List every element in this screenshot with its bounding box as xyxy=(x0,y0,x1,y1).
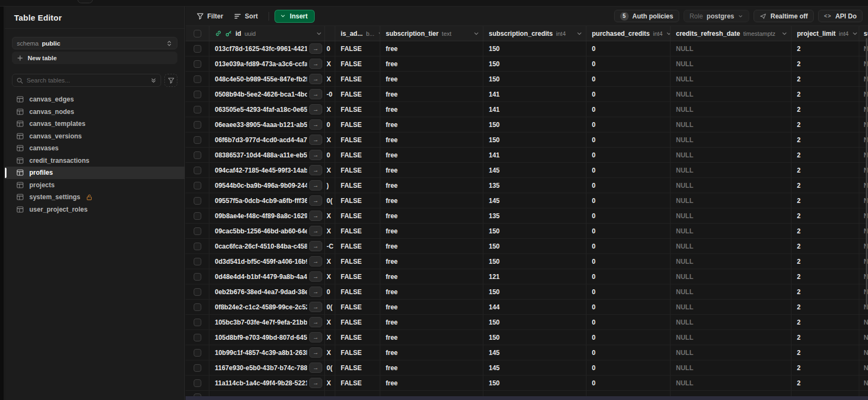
column-header-id[interactable]: id uuid xyxy=(209,26,325,41)
expand-row-button[interactable]: → xyxy=(309,150,322,160)
row-checkbox[interactable] xyxy=(194,106,201,113)
table-row[interactable]: 11a114cb-1a4c-49f4-9b28-52219ec... → X F… xyxy=(186,376,868,391)
table-row[interactable]: 09b8ae4e-f48c-4f89-8a8c-1629b... → X FAL… xyxy=(186,208,868,224)
table-row[interactable]: 063505e5-4293-4faf-a18c-0e65b... → X FAL… xyxy=(186,102,868,117)
table-row[interactable]: 0508b94b-5ee2-4626-bca1-4bca... → -0 FAL… xyxy=(186,87,868,102)
search-input[interactable]: Search tables... xyxy=(12,74,161,87)
table-row[interactable]: 08386537-10d4-488a-a11e-eb5a6... → 0 FAL… xyxy=(186,148,868,163)
table-row[interactable]: 048c4e50-b989-455e-847e-fb2f... → X FALS… xyxy=(186,72,868,87)
sidebar-item-system_settings[interactable]: system_settings xyxy=(5,191,184,204)
double-chevron-down-icon[interactable] xyxy=(150,77,157,84)
chevron-down-icon[interactable] xyxy=(852,30,858,37)
expand-row-button[interactable]: → xyxy=(309,119,322,130)
table-row[interactable]: 105bc3b7-03fe-4e7f-9efa-21bb40... → X FA… xyxy=(186,315,868,330)
row-checkbox[interactable] xyxy=(194,288,201,296)
sidebar-item-user_project_roles[interactable]: user_project_roles xyxy=(5,204,184,216)
row-checkbox[interactable] xyxy=(194,364,201,372)
expand-row-button[interactable]: → xyxy=(309,271,322,282)
horizontal-scrollbar-track[interactable] xyxy=(186,396,868,400)
expand-row-button[interactable]: → xyxy=(309,226,322,236)
row-checkbox[interactable] xyxy=(194,319,201,326)
row-checkbox[interactable] xyxy=(194,60,201,68)
row-checkbox[interactable] xyxy=(194,379,201,387)
schema-select[interactable]: schema public xyxy=(12,37,177,49)
sidebar-item-projects[interactable]: projects xyxy=(5,179,184,192)
expand-row-button[interactable]: → xyxy=(309,317,322,327)
row-checkbox[interactable] xyxy=(194,45,201,53)
column-header-subscription-credits[interactable]: subscription_credits int4 xyxy=(483,26,586,41)
expand-row-button[interactable]: → xyxy=(309,74,322,84)
vertical-scrollbar[interactable] xyxy=(866,38,867,309)
row-checkbox[interactable] xyxy=(194,303,201,311)
chevron-down-icon[interactable] xyxy=(781,30,788,37)
sidebar-item-canvas_versions[interactable]: canvas_versions xyxy=(5,130,184,143)
api-docs-button[interactable]: <> API Do xyxy=(818,10,863,22)
column-header-project-limit[interactable]: project_limit int4 xyxy=(792,26,859,41)
row-checkbox[interactable] xyxy=(194,167,201,174)
table-row[interactable]: 0f8b24e2-c1c2-4589-99ce-2c52d... → 0( FA… xyxy=(186,300,868,315)
expand-row-button[interactable]: → xyxy=(309,332,322,342)
select-all-checkbox[interactable] xyxy=(194,30,201,37)
expand-row-button[interactable]: → xyxy=(309,180,322,191)
table-row[interactable]: 09544b0c-ba9b-496a-9b09-244... → ) FALSE… xyxy=(186,178,868,193)
table-row[interactable]: 06eaee33-8905-4aaa-b121-ab552... → 0 FAL… xyxy=(186,117,868,132)
expand-row-button[interactable]: → xyxy=(309,302,322,312)
expand-row-button[interactable]: → xyxy=(309,241,322,251)
filter-tables-button[interactable] xyxy=(164,74,177,87)
expand-row-button[interactable]: → xyxy=(309,347,322,358)
table-row[interactable]: 094caf42-7185-4e45-99f3-14abee... → X FA… xyxy=(186,163,868,178)
row-checkbox[interactable] xyxy=(194,121,201,129)
row-checkbox[interactable] xyxy=(194,75,201,83)
row-checkbox[interactable] xyxy=(194,334,201,341)
chevron-down-icon[interactable] xyxy=(473,30,480,37)
expand-row-button[interactable]: → xyxy=(309,43,322,54)
table-row[interactable]: 0cac6fca-26cf-4510-84ba-c4580... → -C FA… xyxy=(186,239,868,254)
expand-row-button[interactable]: → xyxy=(309,104,322,115)
table-row[interactable]: 105d8bf9-e703-49bd-807d-645e... → X FALS… xyxy=(186,330,868,345)
table-row[interactable]: 0d3d541d-bf5c-459f-a406-16b93... → X FAL… xyxy=(186,254,868,269)
row-checkbox[interactable] xyxy=(194,151,201,159)
table-row[interactable]: 0eb2b676-38ed-4ea7-9dad-38e6... → 0 FALS… xyxy=(186,284,868,300)
realtime-toggle-button[interactable]: Realtime off xyxy=(754,10,814,22)
insert-button[interactable]: Insert xyxy=(275,10,315,23)
row-checkbox[interactable] xyxy=(194,227,201,235)
auth-policies-button[interactable]: 5 Auth policies xyxy=(614,10,679,22)
table-row[interactable]: 09cac5bb-1256-46bd-ab60-64ed... → X FALS… xyxy=(186,224,868,239)
table-row[interactable]: 0d48e4d4-b1bf-4479-9a8b-4a4b... → X FALS… xyxy=(186,269,868,284)
row-checkbox[interactable] xyxy=(194,258,201,265)
table-row[interactable]: 09557f5a-0dcb-4cb9-a6fb-fff366... → 0( F… xyxy=(186,193,868,208)
table-row[interactable]: 10b99c1f-4857-4c39-a8b1-263b8... → X FAL… xyxy=(186,345,868,360)
expand-row-button[interactable]: → xyxy=(309,363,322,373)
chevron-down-icon[interactable] xyxy=(666,30,671,37)
expand-row-button[interactable]: → xyxy=(309,195,322,206)
column-header-purchased-credits[interactable]: purchased_credits int4 xyxy=(586,26,671,41)
row-checkbox[interactable] xyxy=(194,243,201,250)
filter-button[interactable]: Filter xyxy=(191,10,228,23)
row-checkbox[interactable] xyxy=(194,197,201,205)
sort-button[interactable]: Sort xyxy=(228,10,263,23)
table-row[interactable]: 013e039a-fd89-473a-a3c6-ccfa9... → X FAL… xyxy=(186,56,868,72)
row-checkbox[interactable] xyxy=(194,91,201,98)
role-select-button[interactable]: Role postgres xyxy=(684,10,749,22)
sidebar-item-canvas_edges[interactable]: canvas_edges xyxy=(5,93,184,106)
expand-row-button[interactable]: → xyxy=(309,135,322,145)
row-checkbox[interactable] xyxy=(194,212,201,220)
column-header-credits-refresh-date[interactable]: credits_refresh_date timestamptz xyxy=(671,26,792,41)
expand-row-button[interactable]: → xyxy=(309,89,322,99)
sidebar-item-canvas_nodes[interactable]: canvas_nodes xyxy=(5,106,184,118)
sidebar-item-profiles[interactable]: profiles xyxy=(5,167,184,179)
new-table-button[interactable]: New table xyxy=(12,52,177,64)
column-header-is-admin[interactable]: is_ad... b... xyxy=(335,26,380,41)
expand-row-button[interactable]: → xyxy=(309,211,322,221)
row-checkbox[interactable] xyxy=(194,136,201,144)
sidebar-item-canvases[interactable]: canvases xyxy=(5,142,184,155)
expand-row-button[interactable]: → xyxy=(309,378,322,388)
expand-row-button[interactable]: → xyxy=(309,59,322,69)
table-row[interactable]: 1167e930-e5b0-43b7-b74c-788c9... → 0( FA… xyxy=(186,360,868,376)
row-checkbox[interactable] xyxy=(194,273,201,281)
expand-row-button[interactable]: → xyxy=(309,287,322,297)
sidebar-item-credit_transactions[interactable]: credit_transactions xyxy=(5,155,184,167)
chevron-down-icon[interactable] xyxy=(316,30,322,37)
column-header-subscription-tier[interactable]: subscription_tier text xyxy=(380,26,483,41)
sidebar-item-canvas_templates[interactable]: canvas_templates xyxy=(5,118,184,130)
